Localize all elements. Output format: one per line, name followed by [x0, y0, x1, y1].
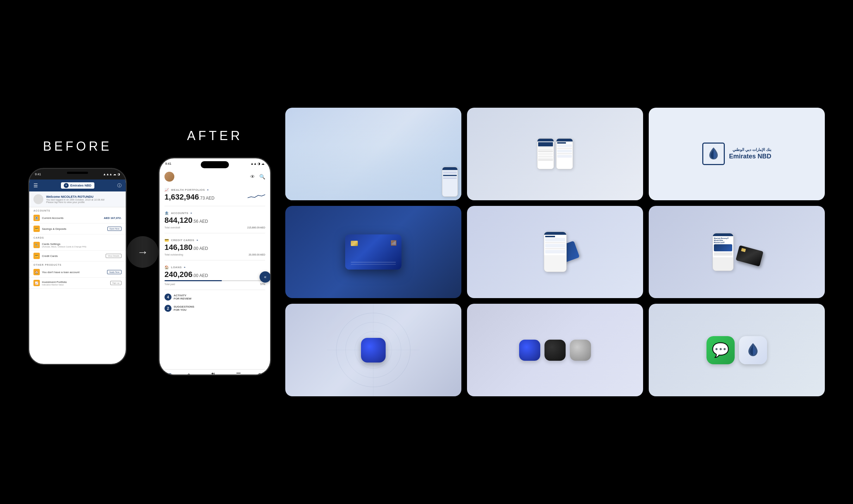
cards-section-title: CARDS [29, 234, 126, 240]
eye-icon[interactable]: 👁 [250, 174, 255, 179]
premium-card [736, 245, 764, 267]
float-collapse-button[interactable]: « [260, 271, 270, 283]
enbd-english-text: Emirates NBD [729, 153, 771, 160]
current-accounts-left: 🏦 Current Accounts [33, 215, 63, 221]
enbd-logo-container: بنك الإمارات دبي الوطني Emirates NBD [695, 136, 778, 172]
before-app-header: ☰ ✦ Emirates NBD ⓘ [29, 179, 126, 191]
after-action-icons: 👁 🔍 [250, 174, 265, 179]
token-blue [519, 340, 540, 361]
suggestions-row[interactable]: 2 SUGGESTIONS FOR YOU [160, 303, 270, 314]
credit-amount: 146,180.00 AED [164, 243, 265, 252]
user-avatar[interactable] [164, 172, 174, 182]
credit-title: CREDIT CARDS [171, 239, 194, 242]
after-screen: 👁 🔍 📈 WEALTH PORTFOLIOS » 1,632,946.73 A… [160, 169, 270, 376]
info-icon[interactable]: ⓘ [117, 183, 122, 189]
cards-settings-icon: 🔧 [33, 242, 40, 248]
cards-settings-row[interactable]: 🔧 Cards Settings (Activate, Block, Unblo… [29, 240, 126, 251]
enbd-arabic-text: بنك الإمارات دبي الوطني [729, 147, 771, 152]
current-accounts-row[interactable]: 🏦 Current Accounts AED 167,072. [29, 213, 126, 223]
grid-cell-gear-token [285, 304, 461, 396]
mini-phone-2 [556, 138, 573, 169]
bottom-nav: ⊞ Home ◈ Wealth ⇅ Transfer & Pay ☰ Servi… [160, 369, 270, 376]
activity-row[interactable]: 4 ACTIVITY FOR REVIEW [160, 291, 270, 303]
services-nav-icon: ☰ [236, 372, 241, 376]
tokens-container [513, 334, 597, 366]
credit-cards-row[interactable]: 💳 Credit Cards View Details [29, 251, 126, 262]
nav-transfer[interactable]: ⇅ Transfer & Pay [205, 372, 221, 376]
wealth-header: 📈 WEALTH PORTFOLIOS » [164, 188, 265, 192]
before-signals: ▲▲▲ ☁ ◑ [103, 172, 120, 176]
card-bottom [351, 262, 396, 265]
grid-cell-enbd-logo: بنك الإمارات دبي الوطني Emirates NBD [649, 108, 825, 200]
accounts-currency: .56 AED [193, 219, 208, 224]
credit-currency: .00 AED [193, 246, 208, 251]
dynamic-island [201, 161, 229, 168]
grid-cell-premium: Marriott Bonvoy® World Elite Mastercard® [649, 206, 825, 298]
outstanding-value: 20,000.00 AED [249, 253, 265, 256]
loans-header: 🏠 LOANS » [164, 265, 265, 269]
nav-services[interactable]: ☰ Services [234, 372, 243, 376]
suggestions-text: SUGGESTIONS FOR YOU [174, 305, 194, 311]
after-statusbar: 9:41 ▲▲ ◑ ☁ [160, 158, 270, 169]
grid-cell-phone-pair [467, 108, 643, 200]
search-icon[interactable]: 🔍 [259, 174, 265, 179]
overdraft-value: 215,880.09 AED [247, 226, 265, 229]
before-section: BEFORE 9:41 ▲▲▲ ☁ ◑ ☰ ✦ Emirates NBD [28, 139, 127, 365]
loans-section[interactable]: 🏠 LOANS » 240,206.00 AED Total paid 57% [160, 262, 270, 288]
home-nav-icon: ⊞ [167, 372, 172, 376]
last-login-text: You last logged in on 29th October, 2019… [46, 199, 105, 201]
investment-text: Investment Portfolio Indicative Market V… [42, 281, 67, 286]
suggestions-label: SUGGESTIONS [174, 305, 194, 308]
open-now-button[interactable]: Open Now [107, 227, 122, 231]
nav-explore[interactable]: ⊕ Explore [256, 372, 264, 376]
grid-cell-city-phone [285, 108, 461, 200]
apply-now-button[interactable]: Apply Now [107, 270, 122, 274]
before-welcome: Welcome NICOLETA ROTUNDU You last logged… [29, 191, 126, 207]
view-details-button[interactable]: View Details [106, 254, 122, 258]
loan-row[interactable]: 🏠 You don't have a loan account Apply No… [29, 267, 126, 278]
after-section: AFTER 9:41 ▲▲ ◑ ☁ 👁 🔍 [158, 128, 271, 376]
premium-phone: Marriott Bonvoy® World Elite Mastercard® [712, 233, 734, 271]
explore-nav-icon: ⊕ [257, 372, 262, 376]
suggestions-sublabel: FOR YOU [174, 308, 194, 311]
activity-label: ACTIVITY [174, 294, 192, 297]
credit-cards-section[interactable]: 💳 CREDIT CARDS » 146,180.00 AED Total ou… [160, 235, 270, 259]
messages-app-icon: 💬 [706, 336, 735, 364]
hamburger-icon[interactable]: ☰ [33, 183, 38, 188]
card-chip-visual [351, 241, 358, 246]
accounts-sub: Total overdraft 215,880.09 AED [164, 226, 265, 229]
accounts-chevron: » [191, 212, 192, 215]
savings-row[interactable]: 💳 Savings & Deposits Open Now [29, 223, 126, 234]
nav-home[interactable]: ⊞ Home [166, 372, 173, 376]
grid-cell-phone-card-combo [467, 206, 643, 298]
arrow-symbol: → [137, 246, 148, 259]
wealth-portfolios-section[interactable]: 📈 WEALTH PORTFOLIOS » 1,632,946.73 AED [160, 184, 270, 204]
wealth-nav-icon: ◈ [187, 372, 191, 376]
activity-badge: 4 [164, 294, 172, 301]
accounts-section[interactable]: 🏦 ACCOUNTS » 844,120.56 AED Total overdr… [160, 208, 270, 232]
cards-settings-sub: (Activate, Block, Unblock Cards & Change… [42, 246, 86, 248]
before-logo-text: Emirates NBD [70, 184, 91, 187]
divider-1 [164, 206, 265, 206]
current-accounts-amount: AED 167,072. [104, 216, 122, 220]
token-silver [570, 340, 591, 361]
enbd-emblem [702, 143, 725, 165]
investment-row[interactable]: 📈 Investment Portfolio Indicative Market… [29, 278, 126, 289]
current-accounts-label: Current Accounts [42, 216, 63, 220]
wealth-currency: .73 AED [199, 196, 214, 201]
main-container: BEFORE 9:41 ▲▲▲ ☁ ◑ ☰ ✦ Emirates NBD [0, 0, 853, 504]
overdraft-label: Total overdraft [164, 226, 180, 229]
token-dark [544, 340, 566, 361]
before-phone: 9:41 ▲▲▲ ☁ ◑ ☰ ✦ Emirates NBD ⓘ [28, 168, 127, 365]
accounts-header: 🏦 ACCOUNTS » [164, 211, 265, 215]
nav-wealth[interactable]: ◈ Wealth [185, 372, 193, 376]
sign-up-button[interactable]: Sign up [110, 281, 122, 285]
after-signals: ▲▲ ◑ ☁ [250, 162, 264, 165]
welcome-title: Welcome NICOLETA ROTUNDU [46, 195, 105, 199]
suggestions-badge: 2 [164, 305, 172, 312]
accounts-amount: 844,120.56 AED [164, 216, 265, 225]
loan-left: 🏠 You don't have a loan account [33, 269, 80, 275]
before-phone-statusbar: 9:41 ▲▲▲ ☁ ◑ [29, 169, 126, 179]
credit-cards-left: 💳 Credit Cards [33, 253, 58, 259]
grid-cell-tokens [467, 304, 643, 396]
